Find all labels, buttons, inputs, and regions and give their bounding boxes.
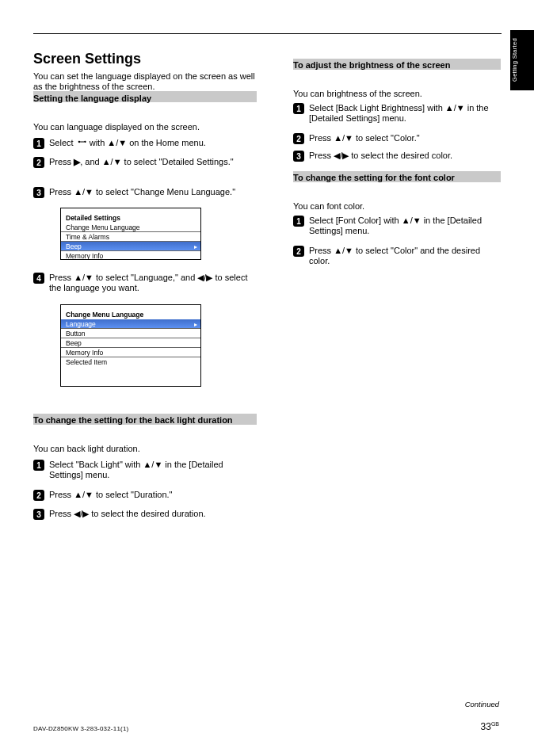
p-fontcolor: You can font color.	[293, 201, 499, 212]
step-color-1: 1Select [Font Color] with ▲/▼ in the [De…	[293, 216, 499, 236]
step-color-2: 2Press ▲/▼ to select "Color" and the des…	[293, 246, 499, 266]
p-screen: You can set the language displayed on th…	[33, 71, 255, 92]
step-bright-2: 2Press ▲/▼ to select "Color."	[293, 133, 499, 144]
chevron-right-icon: ▸	[194, 321, 197, 328]
step-lang-2: 2 Press ▶, and ▲/▼ to select "Detailed S…	[33, 157, 255, 168]
wrench-icon	[76, 138, 87, 146]
step-bright-3: 3Press ◀/▶ to select the desired color.	[293, 151, 499, 162]
chevron-right-icon: ▸	[194, 243, 197, 250]
step-bright-1: 1Select [Back Light Brightness] with ▲/▼…	[293, 103, 499, 124]
step-number-3: 3	[33, 187, 44, 198]
page: Getting Started Screen Settings You can …	[0, 0, 534, 756]
step-number-2: 2	[33, 157, 44, 168]
page-number: 33GB	[481, 721, 499, 732]
step-bkl-1: 1Select "Back Light" with ▲/▼ in the [De…	[33, 460, 255, 480]
menu-change-language: Change Menu Language Language▸ Button Be…	[60, 304, 201, 387]
step-number-4: 4	[33, 273, 44, 284]
step-lang-4: 4 Press ▲/▼ to select "Language," and ◀/…	[33, 273, 255, 293]
footer-model: DAV-DZ850KW 3-283-032-11(1)	[33, 725, 128, 732]
h2-screen-settings: Screen Settings	[33, 51, 141, 67]
step-number-1: 1	[33, 138, 44, 149]
step-bkl-3: 3Press ◀/▶ to select the desired duratio…	[33, 509, 255, 520]
p-bkl: You can back light duration.	[33, 444, 255, 454]
step-lang-1: 1 Select with ▲/▼ on the Home menu.	[33, 138, 206, 149]
rule-top	[33, 33, 502, 34]
step-lang-3: 3 Press ▲/▼ to select "Change Menu Langu…	[33, 187, 255, 198]
p-lang: You can language displayed on the screen…	[33, 122, 255, 132]
step-bkl-2: 2Press ▲/▼ to select "Duration."	[33, 490, 255, 501]
menu-detailed-settings: Detailed Settings Change Menu Language T…	[60, 208, 201, 260]
p-brightness: You can brightness of the screen.	[293, 89, 499, 99]
continued-label: Continued	[465, 700, 499, 708]
side-tab-label: Getting Started	[511, 36, 533, 85]
